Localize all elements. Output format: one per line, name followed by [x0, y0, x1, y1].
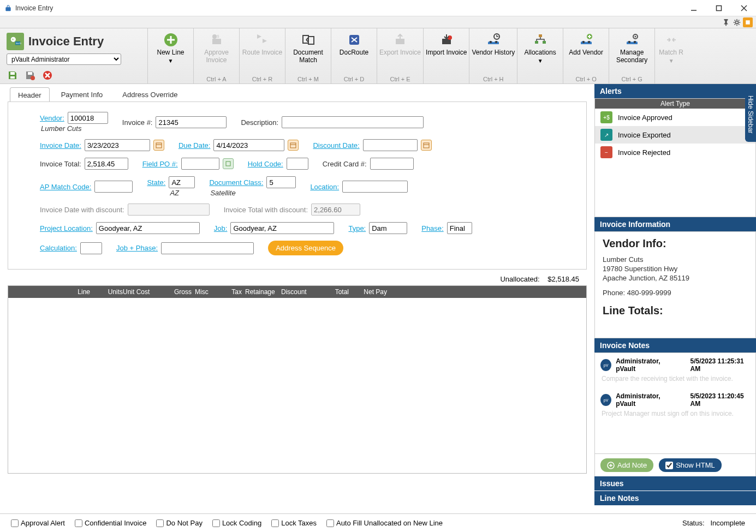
svg-rect-45 — [290, 143, 296, 148]
invoice-total-input[interactable] — [85, 158, 128, 170]
ribbon-vendor-history[interactable]: Vendor History Ctrl + H — [469, 28, 517, 83]
rejected-icon: − — [600, 146, 612, 158]
type-input[interactable] — [369, 222, 407, 234]
due-date-input[interactable] — [213, 139, 284, 151]
grid-body[interactable] — [8, 298, 586, 473]
chevron-down-icon[interactable]: ▼ — [168, 58, 174, 64]
lookup-icon[interactable] — [223, 158, 234, 169]
hide-sidebar-button[interactable]: Hide Sidebar — [745, 87, 756, 142]
invoice-no-input[interactable] — [156, 116, 227, 128]
add-note-button[interactable]: Add Note — [600, 458, 653, 472]
line-notes-header: Line Notes — [594, 491, 756, 505]
location-label[interactable]: Location: — [310, 183, 339, 191]
svg-rect-32 — [535, 41, 538, 44]
do-not-pay-checkbox[interactable]: Do Not Pay — [156, 519, 202, 527]
ribbon-add-vendor[interactable]: Add Vendor Ctrl + O — [563, 28, 609, 83]
svg-point-12 — [31, 76, 35, 80]
user-select[interactable]: pVault Administrator — [7, 53, 121, 65]
tab-payment-info[interactable]: Payment Info — [53, 87, 111, 101]
calendar-icon[interactable] — [153, 140, 164, 151]
theme-icon[interactable] — [743, 17, 753, 27]
save-icon[interactable] — [7, 69, 19, 81]
maximize-button[interactable] — [711, 2, 727, 14]
document-class-label[interactable]: Document Class: — [209, 178, 263, 187]
hold-code-label[interactable]: Hold Code: — [248, 160, 283, 168]
state-input[interactable] — [169, 176, 195, 188]
ribbon-docroute[interactable]: DocRoute Ctrl + D — [331, 28, 377, 83]
ribbon-route-invoice: Route Invoice Ctrl + R — [239, 28, 285, 83]
phase-input[interactable] — [447, 222, 472, 234]
calendar-icon[interactable] — [421, 140, 432, 151]
svg-text:INVOICE: INVOICE — [16, 43, 21, 45]
ap-match-label[interactable]: AP Match Code: — [40, 183, 91, 191]
alert-row[interactable]: ↗ Invoice Exported — [595, 126, 755, 144]
lock-taxes-checkbox[interactable]: Lock Taxes — [271, 519, 317, 527]
svg-rect-43 — [156, 143, 162, 148]
gear-icon[interactable] — [732, 17, 742, 27]
pin-icon[interactable] — [721, 17, 731, 27]
svg-text:+: + — [12, 37, 14, 42]
project-location-input[interactable] — [96, 222, 200, 234]
phase-label[interactable]: Phase: — [421, 224, 443, 232]
due-date-label[interactable]: Due Date: — [178, 141, 211, 150]
notes-body[interactable]: pV Administrator, pVault 5/5/2023 11:25:… — [594, 352, 756, 454]
close-button[interactable] — [736, 2, 752, 14]
ribbon-allocations[interactable]: Allocations ▼ — [517, 28, 563, 83]
invoice-date-label[interactable]: Invoice Date: — [40, 141, 81, 150]
invoice-info-header: Invoice Information — [594, 217, 756, 231]
calculation-label[interactable]: Calculation: — [40, 244, 77, 252]
ribbon-document-match[interactable]: Document Match Ctrl + M — [285, 28, 331, 83]
chevron-down-icon[interactable]: ▼ — [538, 58, 543, 64]
cancel-icon[interactable] — [41, 69, 53, 81]
ap-match-input[interactable] — [94, 181, 133, 193]
credit-card-label: Credit Card #: — [323, 160, 367, 168]
minimize-button[interactable] — [686, 2, 701, 14]
location-input[interactable] — [342, 181, 408, 193]
ribbon-manage-secondary[interactable]: Manage Secondary Ctrl + G — [609, 28, 654, 83]
alert-row[interactable]: − Invoice Rejected — [595, 144, 755, 161]
job-label[interactable]: Job: — [214, 224, 228, 232]
line-grid: Line Units Unit Cost Gross Misc Tax Reta… — [8, 285, 587, 474]
save-as-icon[interactable] — [24, 69, 36, 81]
ribbon-new-line[interactable]: New Line ▼ — [147, 28, 193, 83]
vendor-input[interactable] — [68, 112, 108, 124]
calendar-icon[interactable] — [288, 140, 299, 151]
ribbon-import-invoice[interactable]: Import Invoice — [423, 28, 469, 83]
lock-coding-checkbox[interactable]: Lock Coding — [212, 519, 261, 527]
show-html-button[interactable]: Show HTML — [659, 458, 722, 472]
tab-header[interactable]: Header — [10, 87, 50, 102]
tab-address-override[interactable]: Address Override — [114, 87, 186, 101]
job-phase-input[interactable] — [161, 242, 254, 254]
document-class-input[interactable] — [266, 176, 296, 188]
confidential-checkbox[interactable]: Confidential Invoice — [75, 519, 146, 527]
invoice-date-input[interactable] — [85, 139, 150, 151]
type-label[interactable]: Type: — [348, 224, 366, 232]
discount-date-input[interactable] — [363, 139, 418, 151]
alerts-header: Alerts — [594, 84, 756, 98]
field-po-input[interactable] — [181, 158, 219, 170]
invoice-total-disc-input — [311, 204, 360, 216]
project-location-label[interactable]: Project Location: — [40, 224, 93, 232]
tab-strip: Header Payment Info Address Override — [0, 84, 594, 101]
show-html-checkbox[interactable] — [665, 462, 673, 469]
field-po-label[interactable]: Field PO #: — [142, 160, 178, 168]
description-input[interactable] — [282, 116, 424, 128]
exported-icon: ↗ — [600, 129, 612, 141]
alert-row[interactable]: +$ Invoice Approved — [595, 109, 755, 126]
vendor-info-addr1: 19780 Superstition Hwy — [603, 265, 748, 273]
discount-date-label[interactable]: Discount Date: — [313, 141, 359, 150]
ribbon-approve-invoice: $ Approve Invoice Ctrl + A — [193, 28, 239, 83]
job-input[interactable] — [230, 222, 334, 234]
hold-code-input[interactable] — [287, 158, 308, 170]
address-sequence-button[interactable]: Address Sequence — [268, 241, 343, 255]
calculation-input[interactable] — [80, 242, 102, 254]
vendor-label[interactable]: Vendor: — [40, 114, 64, 122]
invoice-notes-header: Invoice Notes — [594, 338, 756, 352]
svg-rect-19 — [212, 39, 221, 44]
credit-card-input[interactable] — [370, 158, 414, 170]
approval-alert-checkbox[interactable]: Approval Alert — [11, 519, 65, 527]
vendor-name: Lumber Cuts — [41, 124, 81, 133]
job-phase-label[interactable]: Job + Phase: — [116, 244, 158, 252]
autofill-checkbox[interactable]: Auto Fill Unallocated on New Line — [326, 519, 443, 527]
state-label[interactable]: State: — [147, 178, 165, 187]
